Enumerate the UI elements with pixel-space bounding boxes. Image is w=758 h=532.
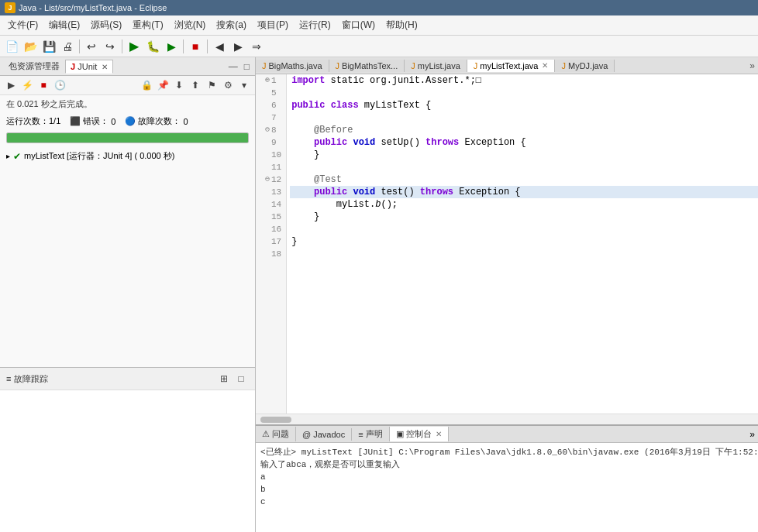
- code-line-6: public class myListText {: [290, 99, 758, 112]
- ln-10: 10: [260, 149, 281, 161]
- fault-btn2[interactable]: □: [233, 371, 249, 386]
- menu-run[interactable]: 运行(R): [295, 17, 336, 33]
- ln-18: 18: [260, 248, 281, 260]
- forward-button[interactable]: ▶: [229, 38, 246, 55]
- run-failed-button[interactable]: ⚡: [19, 77, 35, 93]
- menu-help[interactable]: 帮助(H): [381, 17, 422, 33]
- next-arrow[interactable]: ⇒: [248, 38, 265, 55]
- tab-mylist[interactable]: J myList.java: [405, 60, 467, 72]
- tab-declaration[interactable]: ≡ 声明: [352, 427, 389, 441]
- error-icon: ⬛: [70, 116, 81, 126]
- code-line-16: [290, 223, 758, 235]
- stats-row: 运行次数：1/1 ⬛ 错误： 0 🔵 故障次数： 0: [0, 113, 255, 129]
- tab-problems[interactable]: ⚠ 问题: [256, 427, 296, 441]
- code-line-10: }: [290, 149, 758, 161]
- fail-count: 0: [183, 117, 188, 126]
- mylisttext-icon: J: [474, 61, 478, 70]
- tab-bigmaths[interactable]: J BigMaths.java: [256, 60, 329, 72]
- bottom-tab-overflow[interactable]: »: [746, 429, 758, 440]
- toolbar-sep1: [79, 39, 80, 53]
- tab-console[interactable]: ▣ 控制台 ✕: [390, 427, 449, 441]
- maximize-left-button[interactable]: □: [242, 60, 252, 73]
- marker-12: ⊖: [260, 173, 270, 186]
- test-item[interactable]: ▸ ✔ myListText [运行器：JUnit 4] ( 0.000 秒): [6, 149, 249, 163]
- menu-edit[interactable]: 编辑(E): [44, 17, 84, 33]
- ln-15: 15: [260, 211, 281, 223]
- ln-8: ⊖8: [260, 124, 281, 136]
- stop-junit-button[interactable]: ■: [36, 77, 51, 93]
- console-close[interactable]: ✕: [436, 430, 442, 438]
- line-numbers: ⊕1 5 6 7 ⊖8 9 10 11 ⊖12 13 14 1: [256, 74, 287, 414]
- redo-button[interactable]: ↪: [102, 38, 119, 55]
- fault-btn1[interactable]: ⊞: [216, 371, 232, 386]
- editor-scrollbar-h[interactable]: [256, 414, 758, 424]
- fault-text: 故障跟踪: [14, 373, 48, 385]
- ln-9: 9: [260, 136, 281, 149]
- menu-navigate[interactable]: 浏览(N): [170, 17, 211, 33]
- run-last-button[interactable]: ▶: [163, 38, 180, 55]
- run-junit-button[interactable]: ▶: [3, 77, 19, 93]
- code-area: ⊕1 5 6 7 ⊖8 9 10 11 ⊖12 13 14 1: [256, 74, 758, 414]
- tab-mylisttext[interactable]: J myListText.java ✕: [467, 60, 556, 72]
- code-line-15: }: [290, 211, 758, 223]
- run-count-item: 运行次数：1/1: [6, 115, 60, 127]
- tab-mylist-label: myList.java: [418, 61, 460, 70]
- junit-icon: J: [71, 62, 75, 71]
- menu-file[interactable]: 文件(F): [3, 17, 43, 33]
- code-content[interactable]: import static org.junit.Assert.*;□ publi…: [287, 74, 758, 414]
- pin-button[interactable]: 📌: [155, 77, 171, 93]
- tab-javadoc[interactable]: @ Javadoc: [296, 428, 352, 441]
- ln-6: 6: [260, 99, 281, 112]
- tab-mylisttext-close[interactable]: ✕: [542, 61, 548, 70]
- toolbar-sep4: [207, 39, 208, 53]
- tab-package-explorer[interactable]: 包资源管理器: [3, 58, 65, 74]
- code-line-11: [290, 161, 758, 173]
- tab-bigmathstext[interactable]: J BigMathsTex...: [329, 60, 405, 72]
- new-button[interactable]: 📄: [3, 38, 20, 55]
- next-failure-button[interactable]: ⬇: [171, 77, 187, 93]
- fault-detail-area: [0, 390, 255, 532]
- print-button[interactable]: 🖨: [59, 38, 76, 55]
- marker-1: ⊕: [260, 74, 270, 87]
- menu-source[interactable]: 源码(S): [86, 17, 126, 33]
- menu-window[interactable]: 窗口(W): [337, 17, 380, 33]
- tab-mydj[interactable]: J MyDJ.java: [555, 60, 615, 72]
- ln-1: ⊕1: [260, 74, 281, 87]
- code-line-18: [290, 248, 758, 260]
- junit-settings-button[interactable]: ⚙: [220, 77, 236, 93]
- tab-mydj-label: MyDJ.java: [568, 61, 608, 70]
- ln-11: 11: [260, 161, 281, 173]
- history-button[interactable]: 🕒: [52, 77, 67, 93]
- ln-14: 14: [260, 198, 281, 211]
- scrollbar-thumb[interactable]: [260, 417, 291, 423]
- stop-button[interactable]: ■: [187, 38, 204, 55]
- bigmathstext-icon: J: [336, 61, 340, 70]
- tab-bigmathstext-label: BigMathsTex...: [342, 61, 398, 70]
- test-tree: ▸ ✔ myListText [运行器：JUnit 4] ( 0.000 秒): [0, 146, 255, 166]
- undo-button[interactable]: ↩: [83, 38, 100, 55]
- fail-icon: 🔵: [125, 116, 136, 126]
- minimize-left-button[interactable]: —: [226, 60, 240, 73]
- ln-12: ⊖12: [260, 173, 281, 186]
- close-icon[interactable]: ✕: [102, 63, 108, 71]
- fault-section: ≡ 故障跟踪 ⊞ □: [0, 367, 255, 390]
- save-button[interactable]: 💾: [40, 38, 57, 55]
- menu-search[interactable]: 搜索(a): [212, 17, 251, 33]
- declaration-icon: ≡: [358, 430, 363, 439]
- show-failures-button[interactable]: ⚑: [204, 77, 219, 93]
- run-button[interactable]: ▶: [126, 38, 143, 55]
- status-text: 在 0.021 秒之后完成。: [0, 95, 255, 113]
- code-line-14: myList.b();: [290, 198, 758, 211]
- menu-refactor[interactable]: 重构(T): [128, 17, 167, 33]
- scroll-lock-button[interactable]: 🔒: [139, 77, 154, 93]
- back-button[interactable]: ◀: [211, 38, 228, 55]
- tab-overflow[interactable]: »: [746, 60, 758, 71]
- menu-project[interactable]: 项目(P): [253, 17, 293, 33]
- left-toolbar: ▶ ⚡ ■ 🕒 🔒 📌 ⬇ ⬆ ⚑ ⚙ ▾: [0, 76, 255, 95]
- open-button[interactable]: 📂: [22, 38, 39, 55]
- junit-menu-button[interactable]: ▾: [236, 77, 252, 93]
- tab-junit[interactable]: J JUnit ✕: [65, 60, 113, 74]
- prev-failure-button[interactable]: ⬆: [188, 77, 203, 93]
- debug-button[interactable]: 🐛: [144, 38, 161, 55]
- menu-bar: 文件(F) 编辑(E) 源码(S) 重构(T) 浏览(N) 搜索(a) 项目(P…: [0, 15, 758, 36]
